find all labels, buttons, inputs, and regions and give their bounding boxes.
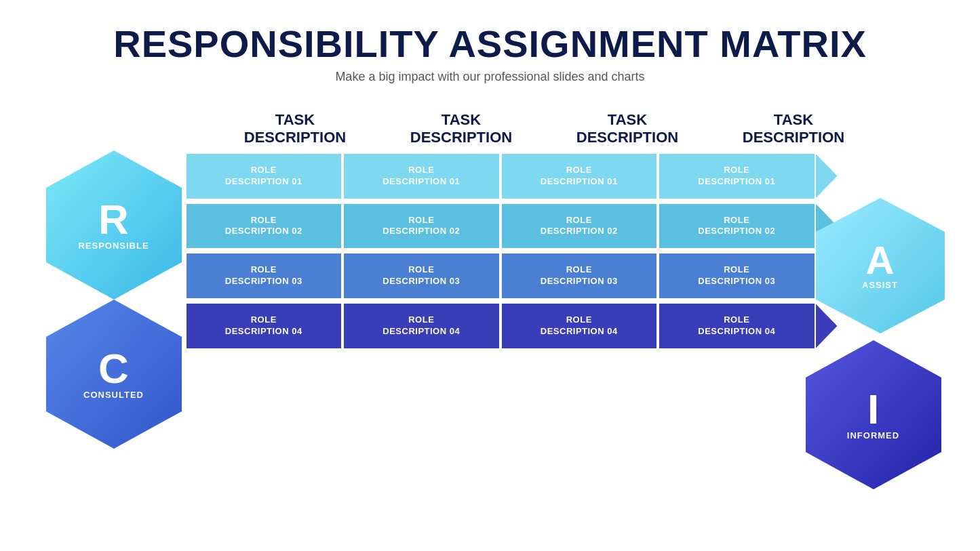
cell-2-2: ROLEDESCRIPTION 02 — [344, 204, 499, 249]
hex-responsible-label: R RESPONSIBLE — [78, 199, 149, 251]
cell-3-1: ROLEDESCRIPTION 03 — [187, 253, 342, 298]
hex-assist-label: A ASSIST — [862, 241, 898, 290]
cell-2-1: ROLEDESCRIPTION 02 — [187, 204, 342, 249]
page-title: RESPONSIBILITY ASSIGNMENT MATRIX — [113, 22, 867, 66]
cell-3-4: ROLEDESCRIPTION 03 — [659, 253, 815, 298]
hex-informed: I INFORMED — [796, 337, 952, 493]
data-row-4: ROLEDESCRIPTION 04 ROLEDESCRIPTION 04 RO… — [185, 304, 816, 348]
hex-responsible-letter: R — [78, 199, 149, 241]
task-header-2: TASKDESCRIPTION — [378, 111, 545, 147]
hex-assist-text: ASSIST — [862, 280, 898, 290]
task-header-1: TASKDESCRIPTION — [212, 111, 378, 147]
cell-1-1: ROLEDESCRIPTION 01 — [187, 154, 342, 199]
cell-3-2: ROLEDESCRIPTION 03 — [344, 253, 499, 298]
task-headers: TASKDESCRIPTION TASKDESCRIPTION TASKDESC… — [212, 111, 877, 147]
cell-2-3: ROLEDESCRIPTION 02 — [502, 204, 657, 249]
hex-consulted-text: CONSULTED — [83, 390, 144, 400]
cell-4-3: ROLEDESCRIPTION 04 — [502, 304, 657, 348]
data-row-3: ROLEDESCRIPTION 03 ROLEDESCRIPTION 03 RO… — [185, 253, 816, 298]
page-subtitle: Make a big impact with our professional … — [113, 70, 867, 84]
cell-4-2: ROLEDESCRIPTION 04 — [344, 304, 499, 348]
row1-arrow — [816, 154, 838, 199]
data-row-2: ROLEDESCRIPTION 02 ROLEDESCRIPTION 02 RO… — [185, 204, 816, 249]
hex-assist: A ASSIST — [809, 195, 952, 337]
cell-4-4: ROLEDESCRIPTION 04 — [659, 304, 815, 348]
task-header-3: TASKDESCRIPTION — [545, 111, 711, 147]
hex-consulted: C CONSULTED — [36, 296, 192, 452]
task-header-4: TASKDESCRIPTION — [711, 111, 877, 147]
cell-1-3: ROLEDESCRIPTION 01 — [502, 154, 657, 199]
data-row-1: ROLEDESCRIPTION 01 ROLEDESCRIPTION 01 RO… — [185, 154, 816, 199]
hex-responsible-text: RESPONSIBLE — [78, 241, 149, 251]
hex-assist-letter: A — [862, 241, 898, 280]
hex-informed-text: INFORMED — [847, 430, 899, 441]
cell-1-4: ROLEDESCRIPTION 01 — [659, 154, 815, 199]
hex-consulted-label: C CONSULTED — [83, 348, 144, 400]
matrix-container: TASKDESCRIPTION TASKDESCRIPTION TASKDESC… — [50, 111, 931, 354]
cell-4-1: ROLEDESCRIPTION 04 — [187, 304, 342, 348]
page-header: RESPONSIBILITY ASSIGNMENT MATRIX Make a … — [113, 22, 867, 84]
cell-3-3: ROLEDESCRIPTION 03 — [502, 253, 657, 298]
hex-consulted-letter: C — [83, 348, 144, 390]
hex-informed-letter: I — [847, 388, 899, 430]
content-area: R RESPONSIBLE C CONSULTED — [50, 154, 931, 348]
data-rows: ROLEDESCRIPTION 01 ROLEDESCRIPTION 01 RO… — [185, 154, 816, 348]
hex-informed-label: I INFORMED — [847, 388, 899, 441]
hex-responsible: R RESPONSIBLE — [36, 147, 192, 303]
cell-1-2: ROLEDESCRIPTION 01 — [344, 154, 499, 199]
cell-2-4: ROLEDESCRIPTION 02 — [659, 204, 815, 249]
